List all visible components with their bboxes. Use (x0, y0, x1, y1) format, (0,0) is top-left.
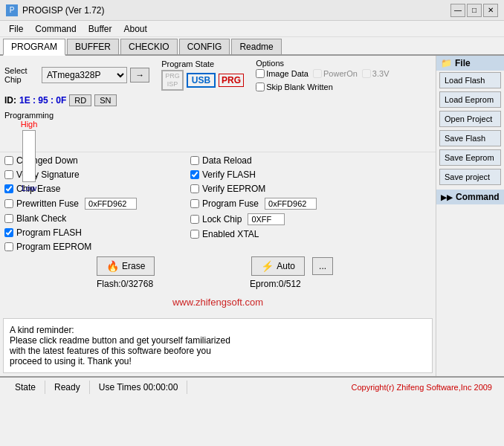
prog-high-label: High (21, 120, 38, 129)
right-panel: 📁 File Load Flash Load Eeprom Open Proje… (436, 56, 504, 376)
more-button[interactable]: ... (312, 257, 333, 275)
flash-eprom-row: Flash:0/32768 Eprom:0/512 (0, 277, 436, 289)
menu-file[interactable]: File (3, 22, 29, 36)
save-flash-button[interactable]: Save Flash (439, 130, 501, 146)
prewritten-fuse-checkbox[interactable] (4, 199, 13, 208)
prewritten-fuse-option[interactable]: Prewritten Fuse (4, 198, 168, 210)
skip-blank-checkbox[interactable] (256, 83, 265, 91)
erase-label: Erase (122, 261, 145, 271)
file-header-label: File (455, 58, 471, 68)
power-on-option[interactable]: PowerOn (313, 69, 358, 78)
rd-button[interactable]: RD (69, 94, 91, 106)
watermark: www.zhifengsoft.com (0, 294, 436, 311)
prewritten-fuse-input[interactable] (85, 198, 137, 210)
load-flash-button[interactable]: Load Flash (439, 72, 501, 88)
status-state: State (6, 381, 45, 394)
id-value: 1E : 95 : 0F (19, 95, 66, 106)
command-chevron-icon: ▶▶ (441, 193, 453, 201)
power-on-checkbox[interactable] (313, 69, 322, 78)
usb-icon: USB (187, 73, 216, 88)
image-data-label: Image Data (266, 69, 308, 78)
maximize-button[interactable]: □ (467, 4, 482, 17)
window-title: PROGISP (Ver 1.72) (22, 5, 105, 16)
v33-label: 3.3V (372, 69, 390, 78)
tab-readme[interactable]: Readme (231, 39, 281, 54)
tab-program[interactable]: PROGRAM (3, 39, 65, 56)
auto-label: Auto (277, 261, 295, 271)
progress-bar (22, 130, 36, 182)
save-eeprom-button[interactable]: Save Eeprom (439, 149, 501, 166)
auto-button[interactable]: ⚡ Auto (251, 256, 305, 276)
v33-option[interactable]: 3.3V (362, 69, 390, 78)
blank-check-label: Blank Check (16, 213, 66, 224)
status-ready: Ready (45, 381, 90, 394)
status-copyright: Copyright(r) Zhifeng Software,Inc 2009 (351, 383, 498, 392)
title-bar: P PROGISP (Ver 1.72) — □ ✕ (0, 0, 504, 21)
menu-bar: File Command Buffer About (0, 21, 504, 37)
main-content: Select Chip ATmega328P → Program State P… (0, 56, 504, 376)
id-row: ID: 1E : 95 : 0F RD SN (4, 94, 431, 106)
enabled-xtal-label: Enabled XTAL (202, 229, 259, 239)
open-project-button[interactable]: Open Project (439, 111, 501, 127)
erase-icon: 🔥 (106, 260, 119, 272)
close-button[interactable]: ✕ (483, 4, 498, 17)
prg-isp-icon: PRGISP (161, 70, 184, 91)
enabled-xtal-option[interactable]: Enabled XTAL (190, 229, 354, 239)
skip-blank-option[interactable]: Skip Blank Written (256, 83, 333, 91)
menu-command[interactable]: Command (29, 22, 82, 36)
select-chip-label: Select Chip (4, 66, 39, 84)
program-eeprom-option[interactable]: Program EEPROM (4, 242, 168, 252)
chip-select[interactable]: ATmega328P (42, 67, 127, 83)
prewritten-fuse-label: Prewritten Fuse (16, 198, 79, 209)
command-header: ▶▶ Command (436, 190, 504, 204)
image-data-option[interactable]: Image Data (256, 69, 308, 78)
menu-about[interactable]: About (118, 22, 153, 36)
eprom-info: Eprom:0/512 (250, 279, 301, 289)
prg-icon: PRG (219, 74, 244, 87)
power-on-label: PowerOn (323, 69, 358, 78)
enabled-xtal-checkbox[interactable] (190, 230, 199, 239)
programming-section: Programming High Low (4, 111, 431, 193)
program-fuse-label: Program Fuse (202, 198, 259, 209)
status-bar: State Ready Use Times 00:00:00 Copyright… (0, 376, 504, 397)
save-project-button[interactable]: Save project (439, 169, 501, 185)
blank-check-option[interactable]: Blank Check (4, 213, 168, 224)
sn-button[interactable]: SN (94, 94, 116, 106)
erase-button[interactable]: 🔥 Erase (97, 256, 155, 276)
tab-bar: PROGRAM BUFFER CHECKIO CONFIG Readme (0, 37, 504, 56)
program-flash-checkbox[interactable] (4, 228, 13, 237)
program-eeprom-checkbox[interactable] (4, 242, 13, 251)
skip-blank-label: Skip Blank Written (266, 83, 333, 91)
tab-config[interactable]: CONFIG (179, 39, 230, 54)
program-flash-label: Program FLASH (16, 227, 82, 238)
load-eeprom-button[interactable]: Load Eeprom (439, 91, 501, 108)
command-header-label: Command (456, 192, 500, 202)
file-header: 📁 File (436, 56, 504, 71)
image-data-checkbox[interactable] (256, 69, 265, 78)
program-fuse-checkbox[interactable] (190, 199, 199, 208)
lock-chip-label: Lock Chip (202, 214, 242, 224)
program-fuse-input[interactable] (265, 198, 317, 210)
folder-icon: 📁 (441, 58, 452, 68)
menu-buffer[interactable]: Buffer (83, 22, 118, 36)
program-fuse-option[interactable]: Program Fuse (190, 198, 354, 210)
lock-chip-checkbox[interactable] (190, 215, 199, 224)
left-content: Select Chip ATmega328P → Program State P… (0, 56, 436, 376)
window-controls: — □ ✕ (450, 4, 498, 17)
lock-chip-option[interactable]: Lock Chip (190, 213, 354, 225)
status-use-times: Use Times 00:00:00 (90, 381, 188, 394)
action-buttons-row: 🔥 Erase ⚡ Auto ... (0, 252, 436, 277)
auto-icon: ⚡ (261, 260, 274, 272)
program-flash-option[interactable]: Program FLASH (4, 227, 168, 238)
minimize-button[interactable]: — (450, 4, 465, 17)
id-label: ID: (4, 95, 16, 106)
tab-checkio[interactable]: CHECKIO (120, 39, 178, 54)
tab-buffer[interactable]: BUFFER (67, 39, 119, 54)
chip-arrow-button[interactable]: → (130, 68, 149, 83)
flash-info: Flash:0/32768 (97, 279, 153, 289)
lock-chip-input[interactable] (248, 213, 285, 225)
blank-check-checkbox[interactable] (4, 214, 13, 223)
programming-label: Programming (4, 111, 54, 120)
v33-checkbox[interactable] (362, 69, 371, 78)
message-text: A kind reminder: Please click readme but… (10, 325, 426, 366)
